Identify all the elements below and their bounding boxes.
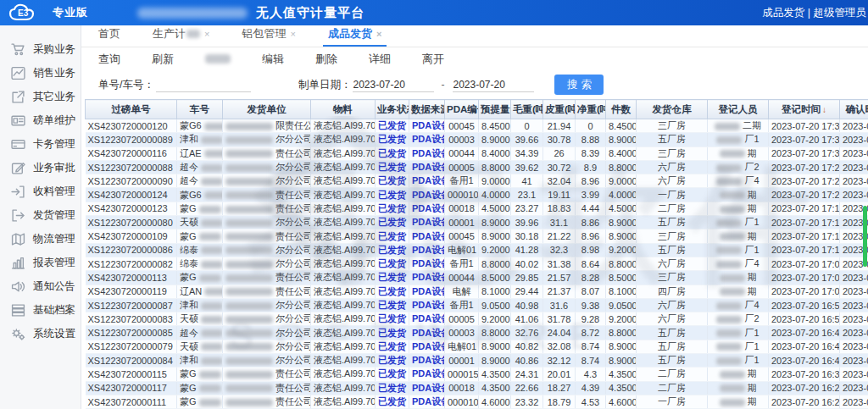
column-header[interactable]: 数据来源 <box>409 100 445 119</box>
unit-blurred <box>225 343 273 351</box>
person-blurred <box>716 136 742 144</box>
person-blurred <box>720 206 745 213</box>
sidebar-item-4[interactable]: 磅单维护 <box>0 108 81 132</box>
sidebar-item-label: 采购业务 <box>33 42 75 57</box>
person-blurred <box>716 219 742 227</box>
vehicle-blurred <box>201 178 223 185</box>
order-vehicle-input[interactable] <box>156 77 251 92</box>
table-row[interactable]: XS4230720000115蒙G责任公司液态铝.Al99.70已发货PDA设备… <box>86 368 868 381</box>
table-row[interactable]: XS4230720000116辽AE责任公司液态铝.Al99.70DT已发货PD… <box>86 146 868 160</box>
table-row[interactable]: XS4230720000120蒙G6限责任公司液态铝.Al99.70已发货PDA… <box>86 119 868 133</box>
sidebar-item-7[interactable]: 收料管理 <box>0 180 81 203</box>
toolbar-button-2[interactable]: 刷新 <box>152 52 174 67</box>
column-header[interactable]: 毛重(吨) <box>511 100 543 119</box>
column-header[interactable]: 净重(吨) <box>576 100 606 119</box>
id-card-icon <box>11 113 25 127</box>
top-bar: E3 专业版 无人值守计量平台 成品发货 | 超级管理员 <box>0 0 868 25</box>
toolbar-button-3[interactable] <box>205 54 231 64</box>
toolbar-button-1[interactable]: 查询 <box>98 52 120 67</box>
table-row[interactable]: XS4230720000117蒙G责任公司液态铝.Al99.70DT已发货PDA… <box>86 381 868 395</box>
toolbar-button-4[interactable]: 编辑 <box>262 52 284 67</box>
table-row[interactable]: XS4230720000111蒙G责任公司液态铝.Al99.70DT已发货PDA… <box>86 395 868 408</box>
vehicle-blurred <box>201 219 223 227</box>
tab-close-icon[interactable]: × <box>290 29 295 39</box>
column-header[interactable]: 发货仓库 <box>637 100 708 119</box>
tab-2[interactable]: 生产计× <box>151 25 211 47</box>
share-icon <box>11 90 25 103</box>
vertical-scrollbar-thumb[interactable] <box>863 206 867 267</box>
table-row[interactable]: XS4230720000119辽AN责任公司液态铝.Al99.70DT已发货PD… <box>86 285 868 298</box>
sidebar-item-12[interactable]: 基础档案 <box>0 298 81 322</box>
table-row[interactable]: XS12230720000088超今尔分公司液态铝.Al99.70DT已发货PD… <box>86 160 868 174</box>
sidebar-item-10[interactable]: 报表管理 <box>0 251 81 274</box>
toolbar-button-6[interactable]: 详细 <box>369 52 391 67</box>
person-blurred <box>720 371 745 379</box>
unit-blurred <box>225 302 273 310</box>
date-from-input[interactable] <box>353 77 434 92</box>
person-blurred <box>720 150 745 158</box>
sidebar-item-8[interactable]: 发货管理 <box>0 203 81 227</box>
sidebar-item-label: 通知公告 <box>33 279 75 294</box>
tab-4[interactable]: 成品发货× <box>326 25 383 47</box>
table-row[interactable]: XS12230720000083天硕尔分公司液态铝.Al99.70DT已发货PD… <box>86 312 868 326</box>
vehicle-blurred <box>204 191 223 199</box>
table-row[interactable]: XS4230720000124蒙G6责任公司液态铝.Al99.70已发货PDA设… <box>86 188 868 202</box>
table-row[interactable]: XS12230720000084津和尔分公司液态铝.Al99.70DT已发货PD… <box>86 354 868 368</box>
bank-card-icon <box>11 137 25 151</box>
sidebar-item-5[interactable]: 卡务管理 <box>0 132 81 156</box>
date-to-input[interactable] <box>453 77 534 92</box>
table-body: XS4230720000120蒙G6限责任公司液态铝.Al99.70已发货PDA… <box>86 119 868 409</box>
vehicle-blurred <box>204 150 223 158</box>
column-header[interactable]: 物料 <box>311 100 376 119</box>
company-name-blurred <box>137 8 248 19</box>
column-header[interactable]: 登记人员 <box>708 100 769 119</box>
sidebar-item-13[interactable]: 系统设置 <box>0 322 81 345</box>
column-header[interactable]: 业务状态 <box>376 100 409 119</box>
table-row[interactable]: XS12230720000089津和尔分公司液态铝.Al99.70DT已发货PD… <box>86 133 868 146</box>
table-row[interactable]: XS12230720000090超今尔分公司液态铝.Al99.70DT已发货PD… <box>86 174 868 188</box>
tab-close-icon[interactable]: × <box>376 29 381 39</box>
column-header[interactable]: 皮重(吨) <box>543 100 576 119</box>
toolbar: 查询刷新编辑删除详细离开 <box>81 47 868 70</box>
toolbar-button-5[interactable]: 删除 <box>315 52 337 67</box>
table-row[interactable]: XS4230720000123蒙G责任公司液态铝.Al99.70DT已发货PDA… <box>86 202 868 215</box>
user-menu[interactable]: 成品发货 | 超级管理员 <box>762 6 866 20</box>
toolbar-button-7[interactable]: 离开 <box>422 52 444 67</box>
trend-chart-icon <box>11 66 25 80</box>
search-button[interactable]: 搜索 <box>554 75 604 95</box>
column-header[interactable]: PDA编号 <box>445 100 479 119</box>
sidebar-item-label: 基础档案 <box>33 303 75 318</box>
arrow-out-icon <box>11 208 25 222</box>
vehicle-blurred <box>201 164 223 172</box>
column-header[interactable]: 车号 <box>177 100 223 119</box>
table-row[interactable]: XS12230720000086绵泰尔分公司液态铝.Al99.70DT已发货PD… <box>86 243 868 257</box>
sidebar-item-label: 报表管理 <box>33 256 75 270</box>
sidebar-item-3[interactable]: 其它业务 <box>0 85 81 108</box>
column-header[interactable]: 登记时间↓ <box>769 100 840 119</box>
sidebar-item-9[interactable]: 物流管理 <box>0 227 81 251</box>
vehicle-blurred <box>199 384 221 392</box>
sidebar-item-2[interactable]: 销售业务 <box>0 61 81 85</box>
table-row[interactable]: XS4230720000109蒙G责任公司液态铝.Al99.70已发货PDA设备… <box>86 229 868 243</box>
cloud-logo-icon: E3 <box>8 3 46 23</box>
person-blurred <box>716 357 742 365</box>
column-header[interactable]: 件数 <box>606 100 637 119</box>
table-row[interactable]: XS12230720000080天硕尔分公司液态铝.Al99.70DT已发货PD… <box>86 216 868 229</box>
tab-3[interactable]: 铝包管理× <box>240 25 297 47</box>
sidebar-item-11[interactable]: 通知公告 <box>0 274 81 298</box>
table-row[interactable]: XS12230720000079天硕尔分公司液态铝.Al99.70DT已发货PD… <box>86 340 868 353</box>
tab-close-icon[interactable]: × <box>204 29 209 39</box>
sidebar-item-6[interactable]: 业务审批 <box>0 156 81 180</box>
column-header[interactable]: 确认时间 <box>840 100 868 119</box>
column-header[interactable]: 预提量(吨) <box>479 100 511 119</box>
column-header[interactable]: 发货单位 <box>223 100 311 119</box>
bar-chart-icon <box>11 256 25 269</box>
table-row[interactable]: XS12230720000087津和尔分公司液态铝.Al99.70DT已发货PD… <box>86 298 868 312</box>
map-icon <box>11 232 25 246</box>
table-row[interactable]: XS12230720000082绵泰尔分公司液态铝.Al99.70DT已发货PD… <box>86 257 868 270</box>
sidebar-item-1[interactable]: 采购业务 <box>0 37 81 61</box>
table-row[interactable]: XS12230720000085超今尔分公司液态铝.Al99.70DT已发货PD… <box>86 326 868 340</box>
tab-1[interactable]: 首页 <box>97 25 122 47</box>
table-row[interactable]: XS4230720000113蒙G责任公司液态铝.Al99.70DT已发货PDA… <box>86 271 868 285</box>
column-header[interactable]: 过磅单号 <box>86 100 177 119</box>
